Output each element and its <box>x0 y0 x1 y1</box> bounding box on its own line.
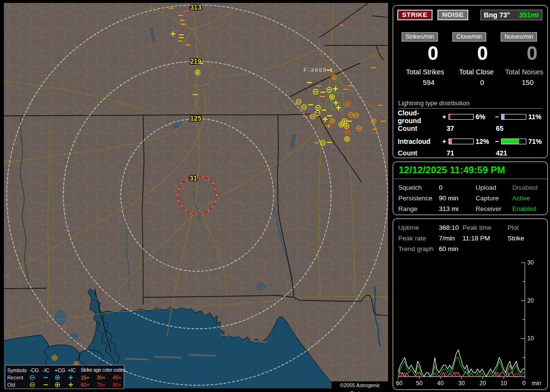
cg-pos-old-icon <box>55 381 68 388</box>
trend-graph-value: 60 min <box>439 245 463 252</box>
y-tick-10: 10 <box>527 335 534 342</box>
cg-neg-recent-icon <box>29 374 43 380</box>
x-tick-10: 10 <box>501 380 507 387</box>
strikes-rate: 0 <box>396 42 445 66</box>
x-tick-0: 0 <box>522 380 526 387</box>
legend-col-icneg: -IC <box>43 367 55 373</box>
ic-neg-pct: 71% <box>528 138 546 145</box>
strikes-per-min-chip[interactable]: Strikes/min <box>402 32 438 42</box>
ic-pos-count: 71 <box>447 149 496 157</box>
uptime-label: Uptime <box>398 224 439 231</box>
total-noises-value: 150 <box>495 79 544 86</box>
intracloud-row: Intracloud + 12% − 71% <box>393 137 547 146</box>
total-strikes-value: 594 <box>396 79 445 86</box>
plot-header: Plot <box>507 224 542 231</box>
total-strikes-label: Total Strikes <box>396 68 445 76</box>
noise-button[interactable]: NOISE <box>437 10 469 20</box>
noises-per-min-chip[interactable]: Noises/min <box>501 32 537 42</box>
cloud-ground-label: Cloud-ground <box>398 109 442 125</box>
minus-sign: − <box>495 138 501 145</box>
x-tick-60: 60 <box>396 380 403 387</box>
lightning-map[interactable]: 313 219 125 31 F-3669-1 <box>4 3 388 389</box>
range-label: Range <box>398 205 439 212</box>
x-tick-40: 40 <box>437 380 444 387</box>
capture-value: Active <box>512 195 542 202</box>
noises-column: Noises/min 0 Total Noises 150 <box>495 32 544 86</box>
capture-label: Capture <box>476 195 512 202</box>
cg-neg-count: 65 <box>496 125 504 132</box>
close-per-min-chip[interactable]: Close/min <box>452 32 486 42</box>
age-75: 75+ <box>97 382 113 388</box>
symbol-legend: Symbols -CG -IC +CG +IC Strike age color… <box>5 365 124 389</box>
age-90: 90+ <box>113 382 126 388</box>
range-value: 313 mi <box>439 205 476 212</box>
upload-label: Upload <box>476 184 512 191</box>
legend-symbols-header: Symbols <box>7 367 29 373</box>
ic-pos-recent-icon <box>68 374 81 380</box>
peak-time-header: Peak time <box>463 224 507 231</box>
peak-time-value: 11:18 PM <box>463 235 507 242</box>
bearing-value: Bng 73° <box>484 11 510 19</box>
cg-pos-recent-icon <box>55 374 68 380</box>
copyright: ©2005 Astrogenic Systems <box>332 381 389 389</box>
info-grid: Uptime 368:10 Peak time Plot Peak rate 7… <box>393 219 547 252</box>
ic-neg-recent-icon <box>43 374 55 380</box>
ic-pos-old-icon <box>68 381 81 388</box>
trend-panel: Uptime 368:10 Peak time Plot Peak rate 7… <box>392 218 548 390</box>
trend-graph-label: Trend graph <box>398 245 439 252</box>
ic-pos-bar <box>449 139 474 144</box>
distribution-title: Lightning type distribution <box>398 99 542 109</box>
persistence-value: 90 min <box>439 195 476 202</box>
strikes-column: Strikes/min 0 Total Strikes 594 <box>396 32 445 86</box>
cg-neg-pct: 11% <box>528 113 546 121</box>
age-30: 30+ <box>97 375 113 380</box>
legend-col-icpos: +IC <box>68 367 81 373</box>
total-close-value: 0 <box>446 79 495 86</box>
close-rate: 0 <box>446 42 495 66</box>
count-label: Count <box>398 149 447 157</box>
bearing-readout: Bng 73° 351mi <box>480 10 542 20</box>
squelch-label: Squelch <box>398 184 439 191</box>
ic-neg-bar <box>501 139 526 144</box>
total-close-label: Total Close <box>446 68 495 76</box>
legend-age-title: Strike age color codes <box>81 367 126 373</box>
ic-neg-old-icon <box>43 381 55 388</box>
age-60: 60+ <box>81 382 97 388</box>
intracloud-count-row: Count 71 421 <box>393 149 547 157</box>
legend-row-recent: Recent <box>7 375 29 380</box>
ic-neg-count: 421 <box>496 149 507 157</box>
ring-label-125: 125 <box>190 114 202 122</box>
x-tick-30: 30 <box>458 380 465 387</box>
x-tick-50: 50 <box>416 380 423 387</box>
cg-pos-count: 37 <box>447 125 496 132</box>
receiver-value: Enabled <box>512 205 542 212</box>
squelch-value: 0 <box>439 184 476 191</box>
persistence-label: Persistence <box>398 195 439 202</box>
strike-button[interactable]: STRIKE <box>397 10 433 20</box>
noises-rate: 0 <box>495 42 544 66</box>
cg-pos-bar <box>449 114 474 120</box>
ring-label-31: 31 <box>189 174 197 182</box>
status-grid: Squelch 0 Upload Disabled Persistence 90… <box>393 179 547 212</box>
cloud-ground-row: Cloud-ground + 6% − 11% <box>393 112 547 121</box>
ring-label-219: 219 <box>190 57 202 65</box>
peak-rate-value: 7/min <box>439 235 463 242</box>
trend-series <box>398 350 525 377</box>
y-tick-20: 20 <box>527 297 534 304</box>
cloud-ground-count-row: Count 37 65 <box>393 125 547 132</box>
trend-chart: 30 20 10 60 50 40 30 20 10 0 min <box>394 258 547 389</box>
uptime-value: 368:10 <box>439 224 463 231</box>
receiver-label: Receiver <box>476 205 512 212</box>
counters-panel: STRIKE NOISE Bng 73° 351mi Strikes/min 0… <box>392 5 548 158</box>
age-15: 15+ <box>81 375 97 380</box>
intracloud-label: Intracloud <box>398 138 442 145</box>
ring-label-313: 313 <box>190 3 202 11</box>
upload-value: Disabled <box>512 184 542 191</box>
ic-pos-pct: 12% <box>476 138 495 145</box>
plot-value: Strike <box>507 235 542 242</box>
cg-neg-old-icon <box>29 381 43 388</box>
bearing-range-value: 351mi <box>519 10 539 20</box>
status-panel: 12/12/2025 11:49:59 PM Squelch 0 Upload … <box>392 161 548 215</box>
plus-sign: + <box>442 113 449 121</box>
x-axis-unit: min <box>532 380 541 387</box>
